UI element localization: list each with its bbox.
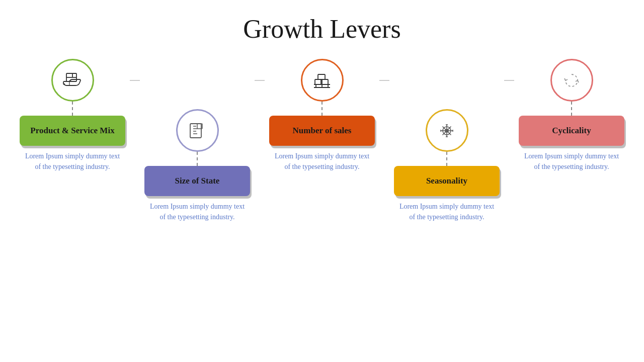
hline-3 (379, 80, 389, 81)
col-seasonality: Seasonality Lorem Ipsum simply dummy tex… (389, 109, 504, 222)
svg-rect-11 (318, 74, 325, 79)
label-cyclicality: Cyclicality (519, 116, 624, 146)
connector-4 (446, 152, 447, 166)
circle-number-of-sales (301, 59, 344, 102)
desc-seasonality: Lorem Ipsum simply dummy text of the typ… (396, 201, 497, 222)
cycle-icon (560, 69, 583, 92)
page: Growth Levers Product & Service Mix Lore… (0, 0, 644, 362)
col-cyclicality: Cyclicality Lorem Ipsum simply dummy tex… (514, 59, 629, 172)
desc-product-service-mix: Lorem Ipsum simply dummy text of the typ… (22, 151, 123, 172)
desc-size-of-state: Lorem Ipsum simply dummy text of the typ… (147, 201, 248, 222)
snowflake-icon (436, 120, 458, 142)
col-number-of-sales: Number of sales Lorem Ipsum simply dummy… (265, 59, 379, 172)
connector-5 (571, 102, 572, 116)
circle-cyclicality (550, 59, 593, 102)
box-hand-icon (61, 69, 84, 92)
svg-rect-10 (322, 79, 328, 84)
label-size-of-state: Size of State (144, 166, 250, 196)
circle-size-of-state (176, 109, 219, 152)
circle-seasonality (426, 109, 468, 152)
svg-rect-3 (190, 124, 201, 138)
label-number-of-sales: Number of sales (269, 116, 375, 146)
svg-rect-9 (315, 79, 321, 84)
ruler-box-icon (186, 120, 208, 142)
label-seasonality: Seasonality (394, 166, 500, 196)
col-product-service-mix: Product & Service Mix Lorem Ipsum simply… (15, 59, 130, 172)
diagram-area: Product & Service Mix Lorem Ipsum simply… (0, 59, 644, 222)
desc-cyclicality: Lorem Ipsum simply dummy text of the typ… (521, 151, 622, 172)
label-product-service-mix: Product & Service Mix (20, 116, 125, 146)
boxes-stack-icon (311, 69, 333, 92)
connector-1 (72, 102, 73, 116)
page-title: Growth Levers (243, 14, 400, 44)
hline-2 (255, 80, 265, 81)
col-size-of-state: Size of State Lorem Ipsum simply dummy t… (140, 109, 255, 222)
hline-1 (130, 80, 140, 81)
desc-number-of-sales: Lorem Ipsum simply dummy text of the typ… (272, 151, 372, 172)
connector-3 (321, 102, 323, 116)
hline-4 (504, 80, 514, 81)
connector-2 (197, 152, 198, 166)
circle-product-service-mix (51, 59, 94, 102)
